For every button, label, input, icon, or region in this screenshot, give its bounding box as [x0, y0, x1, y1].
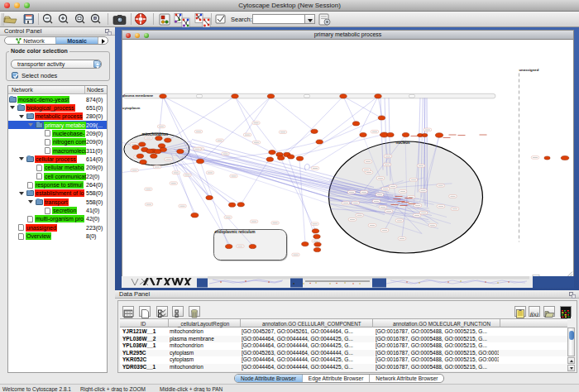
svg-text:endoplasmic reticulum: endoplasmic reticulum [215, 230, 256, 234]
svg-text:f(x): f(x) [530, 311, 538, 318]
svg-text:unassigned: unassigned [519, 68, 539, 72]
svg-text:mitochondrion: mitochondrion [142, 132, 169, 136]
svg-text:plasma membrane: plasma membrane [122, 93, 154, 98]
svg-text:cytoplasm: cytoplasm [122, 106, 140, 110]
svg-text:nucleus: nucleus [396, 141, 411, 145]
